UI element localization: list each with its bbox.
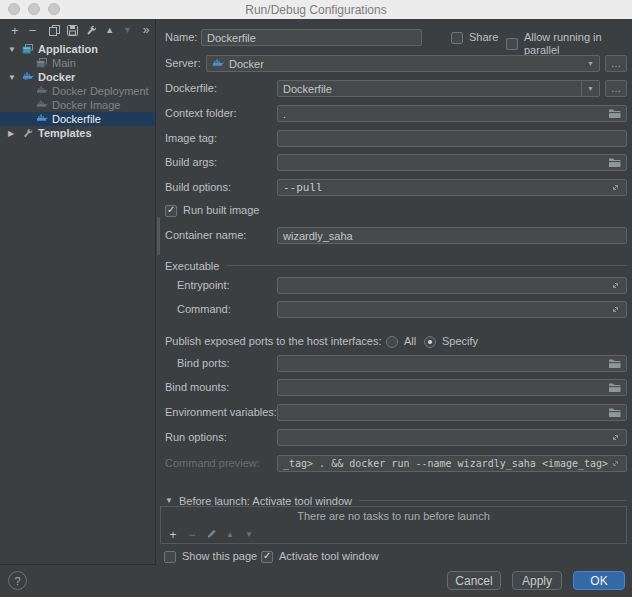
no-tasks-message: There are no tasks to run before launch [161,507,626,526]
bind-mounts-input[interactable] [277,379,627,396]
dockerfile-combobox[interactable]: Dockerfile ▼ [277,80,600,97]
docker-icon [36,113,48,125]
chevron-down-icon[interactable]: ▼ [165,496,173,505]
name-input[interactable]: Dockerfile [201,29,422,46]
name-label: Name: [165,29,197,46]
tree-item-templates[interactable]: ▶ Templates [0,126,155,140]
window-title: Run/Debug Configurations [0,3,632,17]
help-button[interactable]: ? [8,571,27,590]
expand-icon[interactable] [610,280,621,291]
edit-templates-icon[interactable] [83,21,101,39]
folder-icon[interactable] [608,157,621,168]
folder-icon[interactable] [608,108,621,119]
container-name-input[interactable]: wizardly_saha [277,227,627,244]
tree-item-docker[interactable]: ▼ Docker [0,70,155,84]
run-built-image-label: Run built image [183,204,259,217]
expand-icon[interactable] [610,304,621,315]
expand-icon[interactable] [610,432,621,443]
share-checkbox[interactable] [451,32,463,44]
chevron-down-icon[interactable]: ▼ [8,45,20,54]
folder-icon[interactable] [608,382,621,393]
configurations-tree: ▼ Application Main ▼ Docker Docker Deplo… [0,42,155,140]
build-options-input[interactable]: --pull [277,179,627,196]
remove-configuration-icon[interactable]: − [24,21,42,39]
tree-item-main[interactable]: Main [0,56,155,70]
configuration-form: Name: Dockerfile Share Allow running in … [156,19,632,565]
publish-ports-label: Publish exposed ports to the host interf… [165,333,381,350]
activate-tool-window-checkbox[interactable] [261,551,273,563]
share-label: Share [469,31,498,44]
chevron-right-icon[interactable]: ▶ [8,129,20,138]
run-built-image-checkbox[interactable] [165,205,177,217]
bind-mounts-label: Bind mounts: [165,379,229,396]
folder-icon[interactable] [608,358,621,369]
show-this-page-checkbox[interactable] [164,551,176,563]
move-task-down-icon[interactable]: ▼ [243,531,255,539]
context-folder-input[interactable]: . [277,105,627,122]
run-options-input[interactable] [277,429,627,446]
server-label: Server: [165,55,200,72]
tree-item-docker-image[interactable]: Docker Image [0,98,155,112]
bind-ports-input[interactable] [277,355,627,372]
chevron-down-icon[interactable]: ▼ [587,60,594,67]
close-button[interactable] [8,3,20,15]
environment-variables-label: Environment variables: [165,404,277,421]
wrench-icon [22,127,34,139]
tree-item-application[interactable]: ▼ Application [0,42,155,56]
edit-task-icon[interactable] [205,528,217,541]
cancel-button[interactable]: Cancel [447,571,501,590]
command-label: Command: [177,301,231,318]
server-browse-button[interactable]: … [605,55,627,72]
allow-parallel-checkbox[interactable] [506,38,518,50]
dialog-footer: ? Cancel Apply OK [0,565,632,597]
allow-parallel-label: Allow running in parallel [524,31,632,57]
zoom-button[interactable] [48,3,60,15]
entrypoint-input[interactable] [277,277,627,294]
chevron-down-icon[interactable]: ▼ [8,73,20,82]
ok-button[interactable]: OK [573,571,625,590]
move-task-up-icon[interactable]: ▲ [224,531,236,539]
remove-task-icon[interactable]: − [186,529,198,541]
chevron-down-icon[interactable]: ▼ [587,85,594,92]
executable-section-label: Executable [165,260,219,272]
add-task-icon[interactable]: + [167,529,179,541]
expand-icon[interactable] [610,458,621,469]
tree-item-docker-deployment[interactable]: Docker Deployment [0,84,155,98]
dockerfile-label: Dockerfile: [165,80,217,97]
more-actions-icon[interactable]: » [137,21,155,39]
minimize-button[interactable] [28,3,40,15]
publish-specify-radio[interactable] [424,336,436,348]
image-tag-label: Image tag: [165,130,217,147]
context-folder-label: Context folder: [165,105,237,122]
before-launch-tasks-panel: There are no tasks to run before launch … [160,506,627,544]
apply-button[interactable]: Apply [512,571,562,590]
traffic-lights [8,3,60,15]
titlebar: Run/Debug Configurations [0,0,632,19]
folder-icon[interactable] [608,407,621,418]
move-down-icon[interactable]: ▼ [119,21,137,39]
build-options-label: Build options: [165,179,231,196]
docker-icon [22,71,34,83]
configurations-tree-panel: + − ▲ ▼ » ▼ Application Main [0,19,156,565]
tree-item-dockerfile[interactable]: Dockerfile [0,112,155,126]
activate-tool-window-label: Activate tool window [279,550,379,563]
docker-icon [212,58,224,70]
image-tag-input[interactable] [277,130,627,147]
executable-section: Executable [156,257,632,274]
tree-toolbar: + − ▲ ▼ » [0,19,155,41]
command-input[interactable] [277,301,627,318]
publish-all-radio[interactable] [386,336,398,348]
build-args-input[interactable] [277,154,627,171]
move-up-icon[interactable]: ▲ [101,21,119,39]
add-configuration-icon[interactable]: + [6,21,24,39]
copy-configuration-icon[interactable] [46,21,64,39]
environment-variables-input[interactable] [277,404,627,421]
publish-all-label: All [404,335,416,348]
save-configuration-icon[interactable] [63,21,81,39]
server-combobox[interactable]: Docker ▼ [206,55,600,72]
dockerfile-browse-button[interactable]: … [605,80,627,97]
expand-icon[interactable] [610,182,621,193]
build-args-label: Build args: [165,154,217,171]
docker-icon [36,85,48,97]
container-name-label: Container name: [165,227,246,244]
